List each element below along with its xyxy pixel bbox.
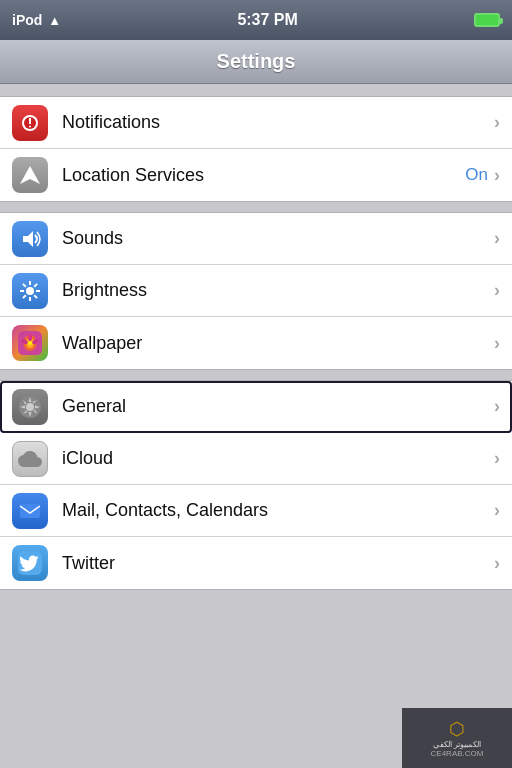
icloud-icon bbox=[12, 441, 48, 477]
row-mail[interactable]: Mail, Contacts, Calendars › bbox=[0, 485, 512, 537]
watermark-logo: ⬡ bbox=[449, 718, 465, 740]
watermark: ⬡ الكمبيوتر الكفي CE4RAB.COM bbox=[402, 708, 512, 768]
icloud-chevron: › bbox=[494, 448, 500, 469]
svg-rect-24 bbox=[20, 504, 40, 518]
location-services-chevron: › bbox=[494, 165, 500, 186]
mail-chevron: › bbox=[494, 500, 500, 521]
wallpaper-label: Wallpaper bbox=[62, 333, 494, 354]
svg-marker-5 bbox=[23, 231, 33, 247]
location-icon bbox=[12, 157, 48, 193]
row-wallpaper[interactable]: Wallpaper › bbox=[0, 317, 512, 369]
general-icon bbox=[12, 389, 48, 425]
watermark-line1: الكمبيوتر الكفي bbox=[433, 740, 481, 749]
svg-point-21 bbox=[28, 341, 32, 345]
svg-point-18 bbox=[28, 334, 32, 341]
row-notifications[interactable]: Notifications › bbox=[0, 97, 512, 149]
sounds-icon bbox=[12, 221, 48, 257]
settings-group-3: General › iCloud › bbox=[0, 380, 512, 590]
svg-line-13 bbox=[34, 283, 37, 286]
status-left: iPod ▲ bbox=[12, 12, 61, 28]
row-brightness[interactable]: Brightness › bbox=[0, 265, 512, 317]
svg-point-6 bbox=[26, 287, 34, 295]
wifi-icon: ▲ bbox=[48, 13, 61, 28]
twitter-icon bbox=[12, 545, 48, 581]
svg-line-12 bbox=[34, 295, 37, 298]
location-services-value: On bbox=[465, 165, 488, 185]
row-twitter[interactable]: Twitter › bbox=[0, 537, 512, 589]
twitter-label: Twitter bbox=[62, 553, 494, 574]
general-chevron: › bbox=[494, 396, 500, 417]
status-bar: iPod ▲ 5:37 PM bbox=[0, 0, 512, 40]
row-sounds[interactable]: Sounds › bbox=[0, 213, 512, 265]
svg-point-23 bbox=[26, 403, 34, 411]
svg-marker-4 bbox=[20, 166, 40, 184]
brightness-label: Brightness bbox=[62, 280, 494, 301]
sounds-label: Sounds bbox=[62, 228, 494, 249]
svg-rect-2 bbox=[29, 118, 31, 124]
settings-group-2: Sounds › Bri bbox=[0, 212, 512, 370]
notifications-chevron: › bbox=[494, 112, 500, 133]
svg-line-14 bbox=[23, 295, 26, 298]
wallpaper-icon bbox=[12, 325, 48, 361]
svg-point-3 bbox=[29, 125, 31, 127]
battery-icon bbox=[474, 13, 500, 27]
svg-line-11 bbox=[23, 283, 26, 286]
settings-group-1: Notifications › Location Services On › bbox=[0, 96, 512, 202]
device-label: iPod bbox=[12, 12, 42, 28]
brightness-chevron: › bbox=[494, 280, 500, 301]
page-wrapper: iPod ▲ 5:37 PM Settings N bbox=[0, 0, 512, 768]
watermark-line2: CE4RAB.COM bbox=[431, 749, 484, 758]
row-location-services[interactable]: Location Services On › bbox=[0, 149, 512, 201]
general-label: General bbox=[62, 396, 494, 417]
mail-label: Mail, Contacts, Calendars bbox=[62, 500, 494, 521]
notifications-label: Notifications bbox=[62, 112, 494, 133]
status-right bbox=[474, 13, 500, 27]
wallpaper-chevron: › bbox=[494, 333, 500, 354]
location-services-label: Location Services bbox=[62, 165, 465, 186]
page-title: Settings bbox=[217, 50, 296, 73]
twitter-chevron: › bbox=[494, 553, 500, 574]
sounds-chevron: › bbox=[494, 228, 500, 249]
nav-bar: Settings bbox=[0, 40, 512, 84]
time-display: 5:37 PM bbox=[237, 11, 297, 29]
settings-content: Notifications › Location Services On › bbox=[0, 84, 512, 602]
row-general[interactable]: General › bbox=[0, 381, 512, 433]
icloud-label: iCloud bbox=[62, 448, 494, 469]
brightness-icon bbox=[12, 273, 48, 309]
mail-icon bbox=[12, 493, 48, 529]
row-icloud[interactable]: iCloud › bbox=[0, 433, 512, 485]
notifications-icon bbox=[12, 105, 48, 141]
